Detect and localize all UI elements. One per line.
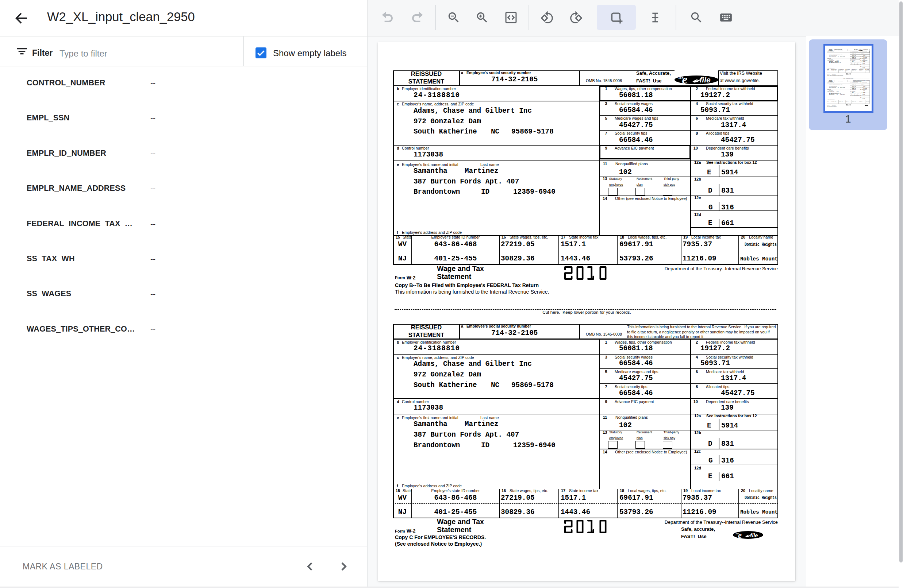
svg-text:e: e: [682, 73, 687, 86]
svg-text:file: file: [867, 105, 867, 106]
svg-text:file: file: [699, 76, 711, 84]
svg-text:e: e: [738, 531, 742, 540]
svg-text:file: file: [750, 533, 758, 538]
